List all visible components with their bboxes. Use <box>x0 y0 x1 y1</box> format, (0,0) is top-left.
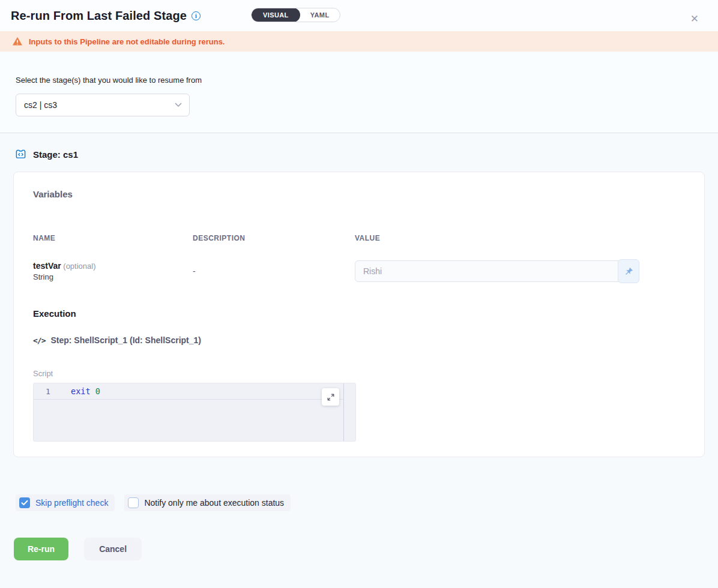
stage-select-dropdown[interactable]: cs2 | cs3 <box>16 94 190 116</box>
skip-preflight-label: Skip preflight check <box>35 498 108 508</box>
variable-type: String <box>33 272 193 281</box>
variable-description: - <box>193 266 355 276</box>
rerun-modal: Re-run From Last Failed Stage i VISUAL Y… <box>0 0 718 588</box>
variables-table-header: NAME DESCRIPTION VALUE <box>33 234 685 242</box>
stage-select-value: cs2 | cs3 <box>24 100 57 110</box>
close-icon[interactable]: ✕ <box>690 14 699 24</box>
stage-select-section: Select the stage(s) that you would like … <box>0 52 718 133</box>
stage-title-row: Stage: cs1 <box>13 149 705 160</box>
checkmark-icon <box>21 500 28 506</box>
variable-name-cell: testVar (optional) String <box>33 261 193 281</box>
title-wrap: Re-run From Last Failed Stage i <box>11 9 201 23</box>
variable-value-input[interactable] <box>355 260 639 282</box>
script-label: Script <box>33 369 685 378</box>
execution-heading: Execution <box>33 308 685 319</box>
options-row: Skip preflight check Notify only me abou… <box>13 494 705 511</box>
info-icon[interactable]: i <box>192 11 201 20</box>
code-step-icon: </> <box>33 336 45 345</box>
column-name: NAME <box>33 234 193 242</box>
visual-yaml-toggle: VISUAL YAML <box>251 8 340 22</box>
code-line: exit 0 <box>62 386 100 396</box>
warning-text: Inputs to this Pipeline are not editable… <box>29 37 225 46</box>
editor-current-line: 1 exit 0 <box>34 383 344 400</box>
stage-select-label: Select the stage(s) that you would like … <box>16 76 718 85</box>
stage-card: Variables NAME DESCRIPTION VALUE testVar… <box>13 172 705 457</box>
warning-icon <box>12 37 23 46</box>
step-label: Step: ShellScript_1 (Id: ShellScript_1) <box>50 335 201 345</box>
warning-banner: Inputs to this Pipeline are not editable… <box>0 31 718 52</box>
script-code-editor[interactable]: 1 exit 0 <box>33 383 356 442</box>
notify-me-label: Notify only me about execution status <box>144 498 284 508</box>
cancel-button[interactable]: Cancel <box>84 538 142 560</box>
stage-details-section: Stage: cs1 Variables NAME DESCRIPTION VA… <box>0 133 718 588</box>
variable-name: testVar <box>33 261 61 271</box>
pin-icon <box>624 266 634 277</box>
toggle-yaml[interactable]: YAML <box>300 8 340 22</box>
variable-optional-tag: (optional) <box>61 262 96 271</box>
stage-title: Stage: cs1 <box>33 149 78 160</box>
toggle-visual[interactable]: VISUAL <box>252 8 300 22</box>
column-description: DESCRIPTION <box>193 234 355 242</box>
rerun-button[interactable]: Re-run <box>14 538 68 560</box>
skip-preflight-option[interactable]: Skip preflight check <box>16 494 115 511</box>
expand-editor-button[interactable] <box>322 388 339 406</box>
notify-me-checkbox[interactable] <box>128 497 139 508</box>
actions-row: Re-run Cancel <box>13 538 705 560</box>
notify-me-option[interactable]: Notify only me about execution status <box>124 494 291 511</box>
variables-heading: Variables <box>33 189 685 199</box>
line-number: 1 <box>34 387 62 396</box>
variable-value-group <box>355 260 639 282</box>
skip-preflight-checkbox[interactable] <box>19 497 30 508</box>
chevron-down-icon <box>175 103 182 107</box>
page-title: Re-run From Last Failed Stage <box>11 9 187 23</box>
code-value: 0 <box>95 386 100 396</box>
code-keyword: exit <box>71 386 91 396</box>
expand-icon <box>327 393 335 401</box>
table-row: testVar (optional) String - <box>33 260 685 282</box>
modal-header: Re-run From Last Failed Stage i VISUAL Y… <box>0 0 718 31</box>
step-row: </> Step: ShellScript_1 (Id: ShellScript… <box>33 335 685 345</box>
editor-minimap-divider <box>343 383 344 441</box>
column-value: VALUE <box>355 234 685 242</box>
pin-button[interactable] <box>618 259 639 283</box>
ci-stage-icon <box>14 149 27 160</box>
